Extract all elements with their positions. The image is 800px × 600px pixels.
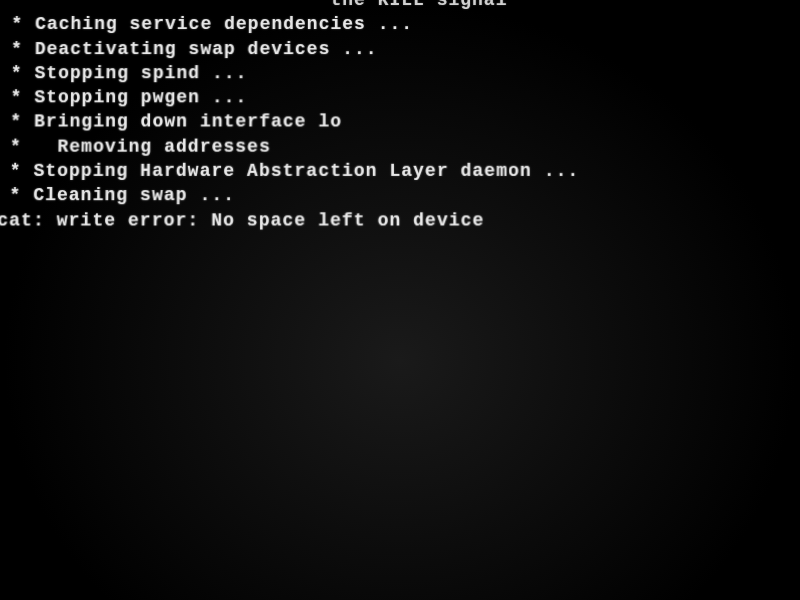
- console-line: * Caching service dependencies ...: [0, 12, 800, 36]
- console-line: * Stopping pwgen ...: [0, 85, 800, 109]
- console-line: * Stopping spind ...: [0, 61, 800, 85]
- console-line: * Removing addresses: [0, 134, 800, 159]
- console-line: * Deactivating swap devices ...: [0, 37, 800, 61]
- error-line: cat: write error: No space left on devic…: [0, 208, 800, 233]
- terminal-output: the KILL signal * Caching service depend…: [0, 0, 800, 233]
- console-line: * Bringing down interface lo: [0, 110, 800, 134]
- console-line: the KILL signal: [0, 0, 800, 12]
- console-line: * Cleaning swap ...: [0, 183, 800, 208]
- console-line: * Stopping Hardware Abstraction Layer da…: [0, 159, 800, 184]
